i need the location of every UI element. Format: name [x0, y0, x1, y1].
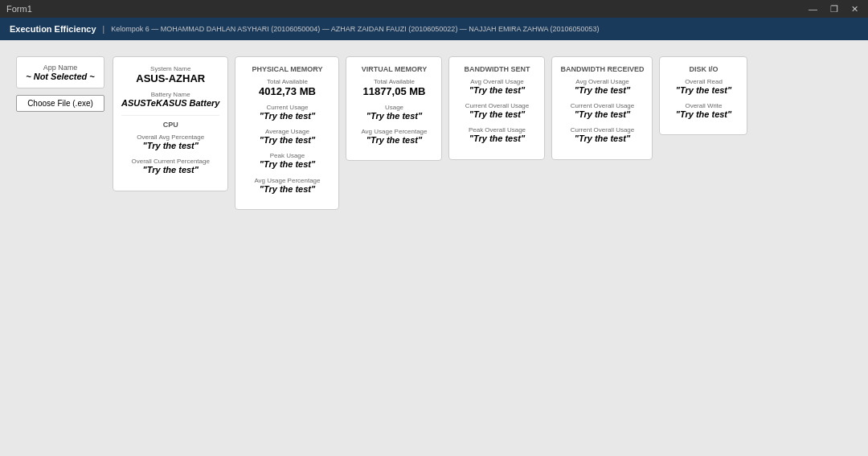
overall-avg-section: Overall Avg Percentage "Try the test" [121, 134, 219, 151]
virtual-total-section: Total Available 11877,05 MB [354, 78, 433, 97]
disk-title: DISK I/O [668, 65, 739, 73]
bw-recv-current2-section: Current Overall Usage "Try the test" [560, 126, 644, 144]
overall-current-label: Overall Current Percentage [121, 158, 219, 165]
virtual-total-value: 11877,05 MB [354, 85, 433, 97]
app-name-label: App Name [23, 64, 97, 72]
close-button[interactable]: ✕ [848, 4, 862, 14]
header-app-name: Execution Efficiency [10, 24, 96, 34]
bw-sent-peak-label: Peak Overall Usage [457, 126, 536, 134]
header-info: Kelompok 6 — MOHAMMAD DAHLAN ASYHARI (20… [111, 25, 599, 33]
bw-sent-current-value: "Try the test" [457, 109, 536, 120]
system-name-value: ASUS-AZHAR [121, 72, 219, 84]
header-bar: Execution Efficiency | Kelompok 6 — MOHA… [0, 18, 868, 40]
physical-peak-section: Peak Usage "Try the test" [244, 152, 330, 170]
bw-recv-current2-label: Current Overall Usage [560, 126, 644, 134]
physical-avgpct-value: "Try the test" [244, 184, 330, 195]
disk-read-value: "Try the test" [668, 85, 739, 96]
header-divider: | [103, 25, 105, 34]
physical-current-label: Current Usage [244, 104, 330, 111]
bandwidth-received-card: BANDWIDTH RECEIVED Avg Overall Usage "Tr… [551, 56, 653, 160]
app-name-value: ~ Not Selected ~ [23, 72, 97, 81]
physical-current-section: Current Usage "Try the test" [244, 104, 330, 121]
physical-total-label: Total Available [244, 78, 330, 85]
window-title: Form1 [6, 4, 32, 14]
bw-sent-peak-value: "Try the test" [457, 134, 536, 144]
bw-recv-avg-value: "Try the test" [560, 85, 644, 96]
virtual-usage-label: Usage [354, 104, 433, 111]
bw-recv-current-value: "Try the test" [560, 109, 644, 120]
physical-average-label: Average Usage [244, 128, 330, 135]
overall-avg-label: Overall Avg Percentage [121, 134, 219, 141]
minimize-button[interactable]: — [805, 4, 821, 14]
overall-current-value: "Try the test" [121, 165, 219, 175]
system-card: System Name ASUS-AZHAR Battery Name ASUS… [113, 56, 228, 191]
main-content: App Name ~ Not Selected ~ Choose File (.… [0, 40, 868, 456]
bandwidth-received-title: BANDWIDTH RECEIVED [560, 65, 644, 73]
title-bar: Form1 — ❐ ✕ [0, 0, 868, 18]
physical-memory-card: PHYSICAL MEMORY Total Available 4012,73 … [235, 56, 339, 210]
battery-name-section: Battery Name ASUSTeKASUS Battery [121, 91, 219, 109]
system-name-section: System Name ASUS-AZHAR [121, 65, 219, 84]
bw-recv-avg-section: Avg Overall Usage "Try the test" [560, 78, 644, 96]
card-divider [121, 115, 219, 116]
virtual-total-label: Total Available [354, 78, 433, 85]
physical-average-section: Average Usage "Try the test" [244, 128, 330, 146]
app-name-box: App Name ~ Not Selected ~ [16, 56, 104, 88]
bw-sent-current-label: Current Overall Usage [457, 102, 536, 109]
virtual-avgpct-label: Avg Usage Percentage [354, 128, 433, 135]
physical-peak-value: "Try the test" [244, 159, 330, 170]
bw-sent-current-section: Current Overall Usage "Try the test" [457, 102, 536, 120]
physical-average-value: "Try the test" [244, 135, 330, 146]
disk-read-section: Overall Read "Try the test" [668, 78, 739, 96]
maximize-button[interactable]: ❐ [827, 4, 841, 14]
physical-total-value: 4012,73 MB [244, 85, 330, 97]
virtual-avgpct-section: Avg Usage Percentage "Try the test" [354, 128, 433, 146]
virtual-title: VIRTUAL MEMORY [354, 65, 433, 73]
overall-avg-value: "Try the test" [121, 141, 219, 151]
disk-write-section: Overall Write "Try the test" [668, 102, 739, 120]
virtual-memory-card: VIRTUAL MEMORY Total Available 11877,05 … [346, 56, 442, 161]
physical-current-value: "Try the test" [244, 111, 330, 121]
window-controls: — ❐ ✕ [805, 4, 862, 14]
virtual-usage-section: Usage "Try the test" [354, 104, 433, 121]
bw-recv-current2-value: "Try the test" [560, 134, 644, 144]
bw-recv-avg-label: Avg Overall Usage [560, 78, 644, 85]
bw-sent-avg-value: "Try the test" [457, 85, 536, 96]
physical-title: PHYSICAL MEMORY [244, 65, 330, 73]
bw-sent-peak-section: Peak Overall Usage "Try the test" [457, 126, 536, 144]
disk-write-label: Overall Write [668, 102, 739, 109]
disk-read-label: Overall Read [668, 78, 739, 85]
choose-file-button[interactable]: Choose File (.exe) [16, 95, 104, 112]
bw-recv-current-label: Current Overall Usage [560, 102, 644, 109]
virtual-avgpct-value: "Try the test" [354, 135, 433, 146]
cpu-title: CPU [121, 121, 219, 129]
bandwidth-sent-title: BANDWIDTH SENT [457, 65, 536, 73]
battery-name-label: Battery Name [121, 91, 219, 98]
bw-sent-avg-section: Avg Overall Usage "Try the test" [457, 78, 536, 96]
left-panel: App Name ~ Not Selected ~ Choose File (.… [16, 56, 104, 112]
overall-current-section: Overall Current Percentage "Try the test… [121, 158, 219, 175]
battery-name-value: ASUSTeKASUS Battery [121, 98, 219, 109]
virtual-usage-value: "Try the test" [354, 111, 433, 121]
physical-avgpct-label: Avg Usage Percentage [244, 177, 330, 184]
system-name-label: System Name [121, 65, 219, 72]
bandwidth-sent-card: BANDWIDTH SENT Avg Overall Usage "Try th… [448, 56, 545, 160]
disk-write-value: "Try the test" [668, 109, 739, 120]
physical-peak-label: Peak Usage [244, 152, 330, 159]
physical-avgpct-section: Avg Usage Percentage "Try the test" [244, 177, 330, 195]
disk-io-card: DISK I/O Overall Read "Try the test" Ove… [659, 56, 747, 135]
cards-area: System Name ASUS-AZHAR Battery Name ASUS… [113, 56, 747, 210]
physical-total-section: Total Available 4012,73 MB [244, 78, 330, 97]
bw-sent-avg-label: Avg Overall Usage [457, 78, 536, 85]
bw-recv-current-section: Current Overall Usage "Try the test" [560, 102, 644, 120]
